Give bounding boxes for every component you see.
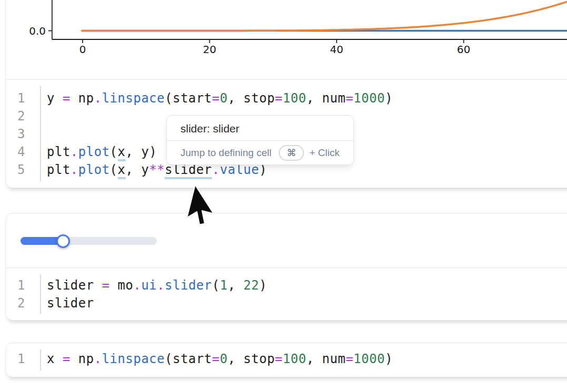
code-token[interactable]: 0 bbox=[220, 91, 228, 106]
code-token[interactable]: 0 bbox=[220, 352, 228, 366]
code-token[interactable]: stop bbox=[244, 352, 275, 366]
code-token[interactable]: x bbox=[118, 145, 126, 161]
slider-thumb[interactable] bbox=[56, 234, 70, 248]
code-token[interactable] bbox=[314, 91, 322, 106]
code-token[interactable] bbox=[55, 352, 63, 366]
code-token[interactable]: ui bbox=[141, 278, 157, 293]
code-token[interactable]: . bbox=[94, 91, 102, 106]
code-token[interactable] bbox=[70, 352, 78, 366]
code-token[interactable] bbox=[94, 278, 102, 293]
code-token[interactable]: , bbox=[228, 278, 236, 293]
code-token[interactable]: 22 bbox=[244, 278, 259, 293]
code-token[interactable]: mo bbox=[118, 278, 134, 293]
notebook-page: 02040600.0 12345y = np.linspace(start=0,… bbox=[0, 0, 567, 392]
line-number: 5 bbox=[6, 161, 25, 179]
code-token[interactable]: ** bbox=[149, 162, 165, 177]
code-token[interactable]: slider bbox=[47, 278, 94, 293]
code-token[interactable]: y bbox=[47, 91, 55, 106]
y-tick-label: 0.0 bbox=[29, 25, 46, 37]
code-token[interactable]: = bbox=[63, 352, 70, 366]
code-token[interactable]: num bbox=[322, 91, 346, 106]
cell-slider: 12slider = mo.ui.slider(1, 22)slider bbox=[5, 213, 567, 321]
code-token[interactable]: plt bbox=[47, 145, 70, 159]
tooltip-title: slider: slider bbox=[180, 122, 340, 135]
line-number-gutter: 1 bbox=[6, 350, 40, 377]
code-token[interactable] bbox=[236, 278, 244, 293]
code-token[interactable]: ( bbox=[165, 91, 173, 106]
code-token[interactable]: . bbox=[133, 278, 141, 293]
code-token[interactable]: y bbox=[141, 145, 149, 159]
code-editor-slider[interactable]: 12slider = mo.ui.slider(1, 22)slider bbox=[6, 268, 567, 320]
code-line[interactable]: slider bbox=[47, 294, 267, 312]
code-token[interactable]: , bbox=[306, 91, 314, 106]
x-tick-label: 60 bbox=[457, 43, 470, 56]
code-token[interactable]: , bbox=[126, 162, 134, 177]
code-token[interactable]: . bbox=[70, 162, 78, 177]
code-token[interactable] bbox=[70, 91, 78, 106]
code-token[interactable]: ( bbox=[212, 278, 220, 293]
code-token[interactable]: , bbox=[126, 145, 134, 159]
code-token[interactable] bbox=[236, 91, 244, 106]
code-token[interactable]: stop bbox=[244, 91, 275, 106]
line-number: 2 bbox=[6, 294, 25, 312]
code-token[interactable]: start bbox=[173, 91, 212, 106]
code-line[interactable]: x = np.linspace(start=0, stop=100, num=1… bbox=[47, 350, 393, 368]
code-token[interactable]: = bbox=[346, 352, 353, 366]
code-token[interactable]: np bbox=[78, 352, 94, 366]
code-token[interactable]: . bbox=[94, 352, 102, 366]
slider-track[interactable] bbox=[21, 237, 157, 245]
code-token[interactable]: . bbox=[157, 278, 165, 293]
code-line[interactable]: slider = mo.ui.slider(1, 22) bbox=[47, 276, 267, 294]
code-token[interactable]: 100 bbox=[283, 352, 307, 366]
code-token[interactable] bbox=[133, 145, 141, 159]
code-token[interactable]: plt bbox=[47, 162, 70, 177]
code-token[interactable]: = bbox=[275, 352, 283, 366]
code-token[interactable]: ) bbox=[385, 352, 393, 366]
code-token[interactable]: = bbox=[275, 91, 283, 106]
code-token[interactable]: slider bbox=[165, 278, 212, 293]
code-token[interactable]: 100 bbox=[283, 91, 307, 106]
code-token[interactable] bbox=[236, 352, 244, 366]
code-line[interactable]: y = np.linspace(start=0, stop=100, num=1… bbox=[47, 89, 393, 107]
code-token[interactable]: = bbox=[346, 91, 353, 106]
x-tick-label: 20 bbox=[203, 43, 216, 56]
code-token[interactable]: . bbox=[70, 145, 78, 159]
code-token[interactable]: x bbox=[118, 162, 126, 179]
code-token[interactable]: = bbox=[212, 91, 220, 106]
code-token[interactable]: 1000 bbox=[353, 352, 385, 366]
code-token[interactable]: num bbox=[322, 352, 346, 366]
code-token[interactable] bbox=[133, 162, 141, 177]
series-orange-curve bbox=[82, 0, 567, 31]
code-token[interactable]: ( bbox=[165, 352, 173, 366]
code-token[interactable]: slider bbox=[47, 296, 94, 311]
code-token[interactable]: ) bbox=[259, 278, 267, 293]
code-token[interactable]: ( bbox=[110, 162, 118, 177]
code-token[interactable]: , bbox=[228, 352, 236, 366]
line-number: 3 bbox=[6, 125, 25, 143]
code-token[interactable] bbox=[314, 352, 322, 366]
code-token[interactable] bbox=[110, 278, 118, 293]
code-token[interactable]: , bbox=[306, 352, 314, 366]
code-lines[interactable]: slider = mo.ui.slider(1, 22)slider bbox=[40, 276, 267, 320]
code-token[interactable]: start bbox=[173, 352, 212, 366]
code-token[interactable]: plot bbox=[78, 145, 110, 159]
code-token[interactable]: ) bbox=[385, 91, 393, 106]
code-token[interactable]: 1000 bbox=[353, 91, 385, 106]
code-token[interactable]: = bbox=[212, 352, 220, 366]
code-token[interactable]: y bbox=[141, 162, 149, 177]
code-token[interactable]: ) bbox=[149, 145, 157, 159]
code-token[interactable] bbox=[55, 91, 63, 106]
code-editor-x[interactable]: 1x = np.linspace(start=0, stop=100, num=… bbox=[6, 343, 567, 377]
code-token[interactable]: ( bbox=[110, 145, 118, 159]
code-token[interactable]: , bbox=[228, 91, 236, 106]
code-token[interactable]: np bbox=[78, 91, 94, 106]
code-token[interactable]: = bbox=[102, 278, 110, 293]
code-lines[interactable]: x = np.linspace(start=0, stop=100, num=1… bbox=[40, 350, 393, 377]
code-token[interactable]: plot bbox=[78, 162, 110, 177]
line-number: 2 bbox=[6, 107, 25, 125]
code-token[interactable]: = bbox=[63, 91, 70, 106]
code-token[interactable]: 1 bbox=[220, 278, 228, 293]
code-token[interactable]: linspace bbox=[102, 91, 165, 106]
code-token[interactable]: x bbox=[47, 352, 55, 366]
code-token[interactable]: linspace bbox=[102, 352, 165, 366]
